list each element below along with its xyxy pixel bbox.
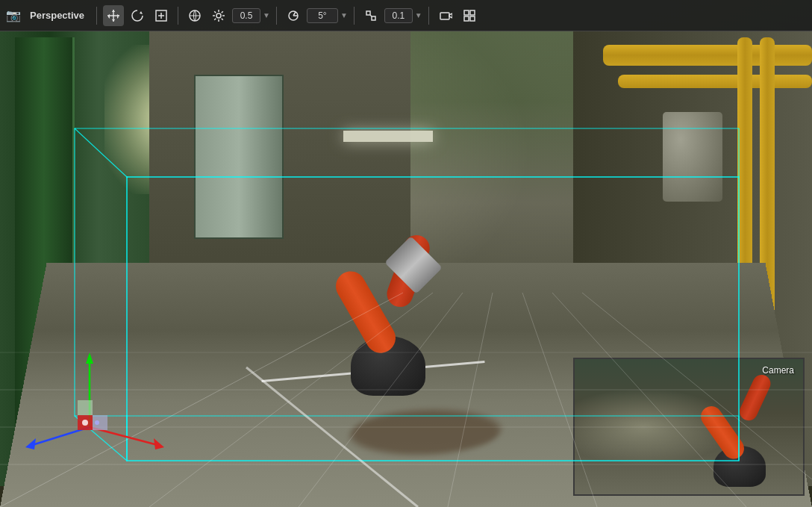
toolbar-separator-5 bbox=[428, 7, 429, 25]
rotate-tool-button[interactable] bbox=[127, 5, 148, 26]
scale-tool-button[interactable] bbox=[151, 5, 172, 26]
camera-preview-robot bbox=[691, 390, 788, 487]
angle-value-input[interactable] bbox=[307, 8, 338, 23]
move-tool-button[interactable] bbox=[103, 5, 124, 26]
camera-preview-label: Camera bbox=[762, 365, 794, 376]
pipe-horizontal-1 bbox=[603, 45, 812, 66]
pipe-horizontal-2 bbox=[618, 75, 812, 88]
toolbar-separator-3 bbox=[276, 7, 277, 25]
svg-rect-39 bbox=[464, 10, 469, 15]
svg-rect-38 bbox=[440, 13, 449, 19]
angle-snap-button[interactable] bbox=[283, 5, 304, 26]
camera-icon: 📷 bbox=[6, 8, 21, 22]
toolbar-separator-4 bbox=[354, 7, 355, 25]
robot-arm bbox=[313, 202, 463, 396]
svg-rect-42 bbox=[470, 16, 475, 21]
camera-preview: Camera bbox=[573, 358, 805, 496]
door-frame bbox=[194, 75, 284, 239]
toolbar-separator-2 bbox=[178, 7, 178, 25]
svg-rect-41 bbox=[464, 16, 469, 21]
toolbar: 📷 Perspective bbox=[0, 0, 812, 31]
angle-value-group: ▼ bbox=[307, 8, 348, 23]
scale-value-input[interactable] bbox=[384, 8, 413, 23]
view-label: Perspective bbox=[30, 10, 84, 21]
angle-dropdown-arrow[interactable]: ▼ bbox=[340, 11, 348, 19]
pipe-vertical-2 bbox=[737, 37, 752, 299]
world-local-button[interactable] bbox=[184, 5, 205, 26]
svg-point-33 bbox=[216, 13, 221, 18]
snap-dropdown-arrow[interactable]: ▼ bbox=[263, 11, 270, 19]
snap-value-group: ▼ bbox=[232, 8, 270, 23]
svg-rect-36 bbox=[372, 16, 375, 20]
camera-robot-arm2 bbox=[737, 372, 773, 423]
camera-preview-background bbox=[575, 359, 803, 494]
svg-line-37 bbox=[370, 15, 372, 16]
snap-settings-button[interactable] bbox=[208, 5, 229, 26]
scale-snap-button[interactable] bbox=[360, 5, 381, 26]
ceiling-light bbox=[343, 131, 433, 142]
svg-rect-40 bbox=[470, 10, 475, 15]
scale-dropdown-arrow[interactable]: ▼ bbox=[415, 11, 422, 19]
svg-rect-35 bbox=[366, 11, 370, 15]
toolbar-separator-1 bbox=[96, 7, 97, 25]
scale-value-group: ▼ bbox=[384, 8, 422, 23]
tank-1 bbox=[663, 112, 722, 202]
camera-toggle-button[interactable] bbox=[435, 5, 456, 26]
viewport: Camera 📷 Perspective bbox=[0, 0, 812, 507]
snap-value-input[interactable] bbox=[232, 8, 260, 23]
grid-toggle-button[interactable] bbox=[459, 5, 480, 26]
